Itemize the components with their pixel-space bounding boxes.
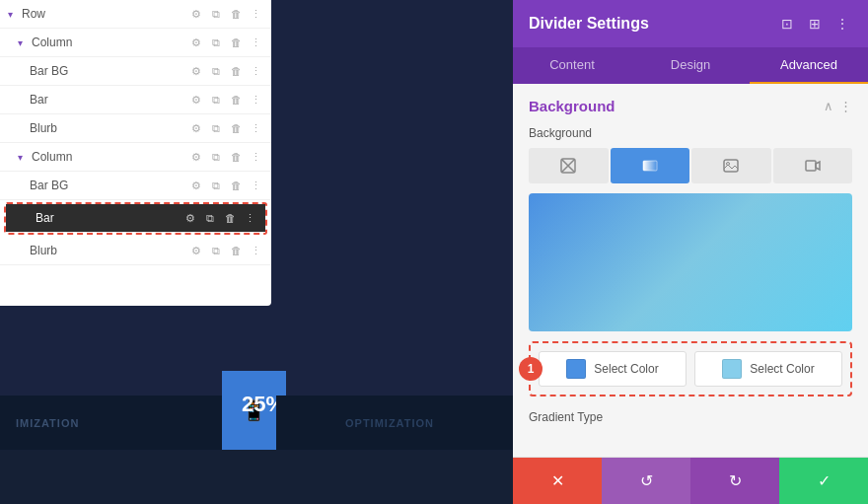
drag-icon[interactable]: ⋮ (248, 243, 263, 258)
delete-icon[interactable]: 🗑 (228, 6, 244, 22)
tree-label: Column (32, 36, 188, 49)
save-icon: ✓ (818, 471, 831, 490)
copy-icon[interactable]: ⧉ (208, 243, 224, 258)
save-button[interactable]: ✓ (779, 458, 868, 504)
svg-rect-4 (806, 161, 816, 171)
collapse-icon[interactable]: ∧ (824, 99, 833, 113)
svg-rect-1 (643, 161, 657, 171)
settings-icon[interactable]: ⚙ (188, 120, 204, 136)
video-icon (805, 158, 821, 174)
tabs-bar: Content Design Advanced (513, 47, 868, 84)
drag-icon[interactable]: ⋮ (248, 120, 263, 136)
tab-design[interactable]: Design (631, 47, 750, 84)
optimization-left: IMIZATION (0, 396, 227, 450)
drag-icon[interactable]: ⋮ (248, 6, 263, 22)
copy-icon[interactable]: ⧉ (202, 210, 218, 226)
layer-tree-panel: ▾ Row ⚙ ⧉ 🗑 ⋮ ▾ Column ⚙ ⧉ 🗑 ⋮ Bar BG ⚙ … (0, 0, 271, 306)
bg-type-image[interactable] (691, 148, 771, 183)
cancel-icon: ✕ (551, 471, 564, 490)
gradient-preview (529, 193, 852, 331)
undo-button[interactable]: ↺ (602, 458, 690, 504)
delete-icon[interactable]: 🗑 (228, 149, 244, 165)
tree-item-column-2[interactable]: ▾ Column ⚙ ⧉ 🗑 ⋮ (0, 143, 271, 172)
tree-arrow: ▾ (18, 37, 28, 47)
tree-label: Bar (36, 211, 182, 225)
delete-icon[interactable]: 🗑 (228, 178, 244, 193)
more-icon[interactable]: ⋮ (832, 14, 852, 34)
drag-icon[interactable]: ⋮ (248, 149, 263, 165)
settings-icon[interactable]: ⚙ (188, 92, 204, 108)
settings-icon[interactable]: ⚙ (182, 210, 198, 226)
copy-icon[interactable]: ⧉ (208, 149, 224, 165)
settings-icon[interactable]: ⚙ (188, 149, 204, 165)
resize-icon[interactable]: ⊡ (777, 14, 797, 34)
settings-icon[interactable]: ⚙ (188, 35, 204, 50)
drag-icon[interactable]: ⋮ (248, 92, 263, 108)
settings-icon[interactable]: ⚙ (188, 6, 204, 22)
options-icon[interactable]: ⋮ (839, 99, 852, 113)
drag-icon[interactable]: ⋮ (248, 63, 263, 79)
bg-type-gradient[interactable] (611, 148, 690, 183)
copy-icon[interactable]: ⧉ (208, 35, 224, 50)
delete-icon[interactable]: 🗑 (228, 35, 244, 50)
tree-arrow: ▾ (18, 152, 28, 162)
optimization-right: OPTIMIZATION (276, 396, 523, 450)
background-label: Background (513, 122, 868, 148)
no-bg-icon (560, 158, 576, 174)
tree-item-blurb-1[interactable]: Blurb ⚙ ⧉ 🗑 ⋮ (0, 114, 271, 143)
tab-advanced[interactable]: Advanced (750, 47, 868, 84)
drag-icon[interactable]: ⋮ (242, 210, 257, 226)
tree-label: Blurb (30, 244, 188, 257)
copy-icon[interactable]: ⧉ (208, 120, 224, 136)
tree-label: Column (32, 150, 188, 164)
tree-item-row[interactable]: ▾ Row ⚙ ⧉ 🗑 ⋮ (0, 0, 271, 29)
settings-icon[interactable]: ⚙ (188, 178, 204, 193)
cancel-button[interactable]: ✕ (513, 458, 602, 504)
tree-icons: ⚙ ⧉ 🗑 ⋮ (188, 6, 263, 22)
bg-type-video[interactable] (773, 148, 853, 183)
tree-label: Bar BG (30, 64, 188, 78)
tree-item-blurb-2[interactable]: Blurb ⚙ ⧉ 🗑 ⋮ (0, 237, 271, 265)
tree-item-barbg-2[interactable]: Bar BG ⚙ ⧉ 🗑 ⋮ (0, 172, 271, 200)
settings-icon[interactable]: ⚙ (188, 243, 204, 258)
select-color-btn-2[interactable]: Select Color (694, 351, 842, 387)
tree-item-column-1[interactable]: ▾ Column ⚙ ⧉ 🗑 ⋮ (0, 29, 271, 57)
grid-icon[interactable]: ⊞ (805, 14, 825, 34)
section-header-background: Background ∧ ⋮ (513, 84, 868, 122)
tree-item-bar-2[interactable]: Bar ⚙ ⧉ 🗑 ⋮ (6, 204, 265, 233)
drag-icon[interactable]: ⋮ (248, 35, 263, 50)
tree-item-bar-1[interactable]: Bar ⚙ ⧉ 🗑 ⋮ (0, 86, 271, 114)
delete-icon[interactable]: 🗑 (228, 63, 244, 79)
delete-icon[interactable]: 🗑 (228, 92, 244, 108)
image-icon (723, 158, 739, 174)
tab-content[interactable]: Content (513, 47, 631, 84)
settings-icon[interactable]: ⚙ (188, 63, 204, 79)
tree-label: Blurb (30, 121, 188, 135)
step-badge: 1 (519, 357, 542, 381)
redo-icon: ↻ (729, 471, 742, 490)
select-color-label-1: Select Color (594, 362, 658, 376)
copy-icon[interactable]: ⧉ (208, 6, 224, 22)
bg-type-row (513, 148, 868, 193)
panel-header: Divider Settings ⊡ ⊞ ⋮ (513, 0, 868, 47)
copy-icon[interactable]: ⧉ (208, 63, 224, 79)
delete-icon[interactable]: 🗑 (228, 243, 244, 258)
drag-icon[interactable]: ⋮ (248, 178, 263, 193)
tree-label: Bar BG (30, 179, 188, 192)
select-color-btn-1[interactable]: Select Color (539, 351, 687, 387)
undo-icon: ↺ (640, 471, 653, 490)
section-title: Background (529, 98, 615, 114)
copy-icon[interactable]: ⧉ (208, 178, 224, 193)
tree-icons: ⚙ ⧉ 🗑 ⋮ (188, 63, 263, 79)
redo-button[interactable]: ↻ (690, 458, 779, 504)
copy-icon[interactable]: ⧉ (208, 92, 224, 108)
bg-type-none[interactable] (529, 148, 609, 183)
panel-title: Divider Settings (529, 15, 649, 33)
svg-rect-2 (724, 160, 738, 172)
tree-label: Bar (30, 93, 188, 107)
color-swatch-2 (722, 359, 742, 379)
delete-icon[interactable]: 🗑 (228, 120, 244, 136)
tree-item-barbg-1[interactable]: Bar BG ⚙ ⧉ 🗑 ⋮ (0, 57, 271, 86)
divider-settings-panel: Divider Settings ⊡ ⊞ ⋮ Content Design Ad… (513, 0, 868, 504)
delete-icon[interactable]: 🗑 (222, 210, 238, 226)
